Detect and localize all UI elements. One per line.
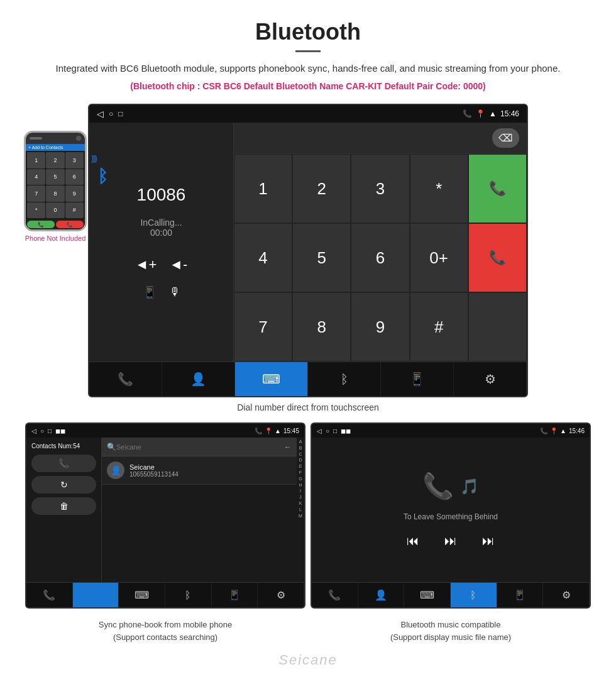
phone-not-included-label: Phone Not Included: [18, 234, 93, 242]
wifi-icon-music: ▲: [560, 428, 566, 434]
key-3[interactable]: 3: [65, 152, 84, 168]
sub-captions: Sync phone-book from mobile phone (Suppo…: [0, 615, 616, 649]
contacts-caption: Sync phone-book from mobile phone (Suppo…: [25, 619, 305, 643]
c-nav-contacts[interactable]: 👤: [73, 583, 119, 607]
home-icon-music[interactable]: ○: [326, 428, 329, 434]
key-3[interactable]: 3: [351, 154, 409, 223]
alpha-I[interactable]: I: [297, 488, 304, 494]
contacts-bottom-nav: 📞 👤 ⌨ ᛒ 📱 ⚙: [26, 582, 304, 607]
hang-button[interactable]: 📞: [56, 221, 84, 228]
m-nav-bluetooth[interactable]: ᛒ: [451, 583, 497, 607]
alpha-H[interactable]: H: [297, 482, 304, 488]
m-nav-contacts[interactable]: 👤: [358, 583, 405, 607]
phone-mockup-wrapper: + Add to Contacts 1 2 3 4 5 6 7 8 9 * 0 …: [18, 131, 93, 242]
back-icon-music[interactable]: ◁: [317, 428, 322, 434]
delete-contact-btn[interactable]: 🗑: [31, 497, 96, 515]
page-title: Bluetooth: [38, 19, 578, 45]
key-0[interactable]: 0: [46, 202, 64, 219]
vol-down-btn[interactable]: ◄-: [169, 256, 187, 273]
key-6[interactable]: 6: [351, 223, 409, 292]
alpha-F[interactable]: F: [297, 470, 304, 476]
sync-btn[interactable]: ↻: [31, 476, 96, 494]
call-button[interactable]: 📞: [468, 154, 527, 223]
back-search-icon[interactable]: ←: [284, 443, 292, 451]
alpha-M[interactable]: M: [297, 513, 304, 519]
key-2[interactable]: 2: [46, 152, 64, 168]
m-nav-settings[interactable]: ⚙: [543, 583, 590, 607]
recent-icon-small[interactable]: □: [48, 428, 52, 434]
dial-input[interactable]: [241, 131, 492, 145]
key-9[interactable]: 9: [65, 185, 84, 202]
nav-keypad[interactable]: ⌨: [235, 362, 308, 396]
music-note-icon: 🎵: [460, 478, 479, 495]
prev-track-btn[interactable]: ⏮: [407, 534, 419, 548]
key-7[interactable]: 7: [234, 292, 292, 361]
back-icon[interactable]: ◁: [97, 109, 104, 119]
location-icon-status: 📍: [265, 428, 272, 434]
delete-button[interactable]: ⌫: [492, 128, 519, 148]
alpha-C[interactable]: C: [297, 451, 304, 458]
alpha-L[interactable]: L: [297, 507, 304, 513]
next-track-btn[interactable]: ⏭: [482, 534, 495, 548]
vol-up-btn[interactable]: ◄+: [135, 256, 157, 273]
alpha-D[interactable]: D: [297, 457, 304, 463]
alpha-B[interactable]: B: [297, 445, 304, 451]
status-bar: ◁ ○ □ 📞 📍 ▲ 15:46: [89, 105, 527, 123]
music-caption-line1: Bluetooth music compatible: [401, 620, 501, 629]
key-0plus[interactable]: 0+: [410, 223, 468, 292]
m-nav-phone-out[interactable]: 📱: [497, 583, 544, 607]
microphone-icon[interactable]: 🎙: [169, 285, 180, 299]
key-4[interactable]: 4: [27, 169, 45, 185]
nav-contacts[interactable]: 👤: [162, 362, 235, 396]
key-9[interactable]: 9: [351, 292, 409, 361]
key-7[interactable]: 7: [27, 185, 45, 202]
recent-icon[interactable]: □: [118, 109, 123, 118]
home-icon[interactable]: ○: [109, 109, 113, 118]
alpha-K[interactable]: K: [297, 500, 304, 507]
home-icon-small[interactable]: ○: [40, 428, 44, 434]
notif-icon-music: ◼◼: [341, 428, 351, 434]
alpha-A[interactable]: A: [297, 439, 304, 445]
key-1[interactable]: 1: [27, 152, 45, 168]
m-nav-phone[interactable]: 📞: [312, 583, 358, 607]
nav-bluetooth[interactable]: ᛒ: [308, 362, 381, 396]
key-6[interactable]: 6: [65, 169, 84, 185]
alpha-E[interactable]: E: [297, 463, 304, 470]
nav-phone-out[interactable]: 📱: [381, 362, 454, 396]
c-nav-phone-out[interactable]: 📱: [212, 583, 258, 607]
key-hash[interactable]: #: [410, 292, 468, 361]
key-hash[interactable]: #: [65, 202, 84, 219]
notif-icon: ◼◼: [55, 428, 65, 434]
alpha-J[interactable]: J: [297, 494, 304, 500]
call-button[interactable]: 📞: [27, 221, 55, 228]
nav-phone[interactable]: 📞: [89, 362, 162, 396]
recent-icon-music[interactable]: □: [333, 428, 337, 434]
key-8[interactable]: 8: [292, 292, 351, 361]
c-nav-keypad[interactable]: ⌨: [119, 583, 165, 607]
c-nav-settings[interactable]: ⚙: [258, 583, 304, 607]
call-contact-btn[interactable]: 📞: [31, 455, 96, 472]
contact-info: Seicane 10655059113144: [129, 463, 179, 478]
dial-ui: 10086 InCalling... 00:00 ◄+ ◄- 📱 🎙: [89, 123, 527, 361]
key-2[interactable]: 2: [292, 154, 351, 223]
key-4[interactable]: 4: [234, 223, 292, 292]
back-icon-small[interactable]: ◁: [31, 428, 36, 434]
key-5[interactable]: 5: [46, 169, 64, 185]
key-8[interactable]: 8: [46, 185, 64, 202]
bluetooth-transfer-icon[interactable]: 📱: [143, 285, 157, 299]
key-star[interactable]: *: [27, 202, 45, 219]
m-nav-keypad[interactable]: ⌨: [404, 583, 451, 607]
contacts-time: 15:45: [283, 428, 299, 434]
key-1[interactable]: 1: [234, 154, 292, 223]
end-call-button[interactable]: 📞: [468, 223, 527, 292]
nav-settings[interactable]: ⚙: [454, 362, 527, 396]
next-step-btn[interactable]: ⏭: [444, 534, 457, 548]
contacts-status-bar: ◁ ○ □ ◼◼ 📞 📍 ▲ 15:45: [26, 424, 304, 438]
key-5[interactable]: 5: [292, 223, 351, 292]
c-nav-phone[interactable]: 📞: [26, 583, 73, 607]
c-nav-bluetooth[interactable]: ᛒ: [165, 583, 212, 607]
key-star[interactable]: *: [410, 154, 468, 223]
contacts-search-input[interactable]: [116, 443, 284, 451]
alpha-G[interactable]: G: [297, 476, 304, 482]
contact-item[interactable]: 👤 Seicane 10655059113144: [102, 456, 297, 485]
